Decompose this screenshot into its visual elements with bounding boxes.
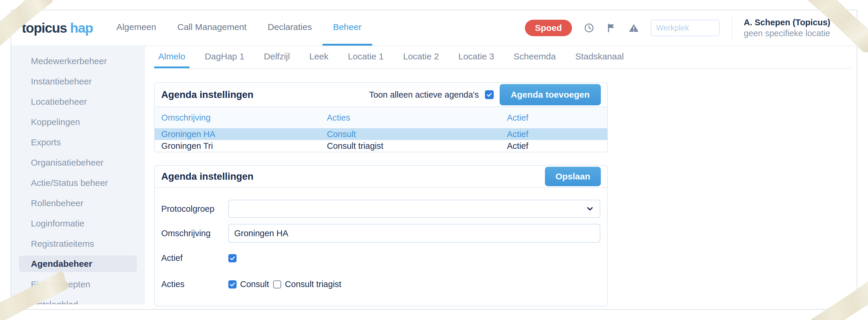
cell-acties: Consult triagist xyxy=(327,141,507,151)
acties-row: Acties Consult Consult triagist xyxy=(161,280,600,289)
tab-locatie-1[interactable]: Locatie 1 xyxy=(344,46,388,68)
omschrijving-label: Omschrijving xyxy=(161,228,228,238)
actief-checkbox[interactable] xyxy=(228,254,237,262)
sidebar-item-instantiebeheer[interactable]: Instantiebeheer xyxy=(11,71,145,92)
tab-leek[interactable]: Leek xyxy=(305,46,333,68)
main-nav: Algemeen Call Management Declaraties Beh… xyxy=(106,10,372,45)
logo-hap: hap xyxy=(70,20,93,36)
tab-locatie-2[interactable]: Locatie 2 xyxy=(399,46,443,68)
cards-column: Agenda instellingen Toon alleen actieve … xyxy=(154,82,608,306)
cell-omschrijving: Groningen Tri xyxy=(155,141,327,151)
tab-delfzijl[interactable]: Delfzijl xyxy=(260,46,294,68)
nav-item-declaraties[interactable]: Declaraties xyxy=(257,10,322,45)
actie-option-consult-triagist: Consult triagist xyxy=(273,280,341,289)
actief-label: Actief xyxy=(161,253,228,263)
app-body: Medewerkerbeheer Instantiebeheer Locatie… xyxy=(11,46,857,310)
nav-item-beheer[interactable]: Beheer xyxy=(322,10,372,45)
top-bar-right: Spoed xyxy=(525,10,848,45)
main-content: Almelo DagHap 1 Delfzijl Leek Locatie 1 … xyxy=(145,46,857,310)
agenda-form-card: Agenda instellingen Opslaan Protocolgroe… xyxy=(154,165,608,306)
table-row[interactable]: Groningen HA Consult Actief xyxy=(155,128,607,140)
protocolgroep-row: Protocolgroep xyxy=(161,200,600,218)
column-header-omschrijving[interactable]: Omschrijving xyxy=(155,113,327,123)
cell-actief: Actief xyxy=(507,141,607,151)
agenda-form: Protocolgroep Omschrijving xyxy=(155,187,607,289)
screenshot-stage: topicus hap Algemeen Call Management Dec… xyxy=(0,0,868,320)
warning-icon[interactable] xyxy=(628,23,639,33)
omschrijving-input[interactable] xyxy=(228,224,600,243)
agenda-list-card: Agenda instellingen Toon alleen actieve … xyxy=(154,82,608,152)
tab-almelo[interactable]: Almelo xyxy=(154,46,189,68)
table-row[interactable]: Groningen Tri Consult triagist Actief xyxy=(155,140,607,152)
consult-triagist-checkbox[interactable] xyxy=(273,280,281,289)
sidebar-item-agendabeheer[interactable]: Agendabeheer xyxy=(19,256,137,272)
tab-locatie-3[interactable]: Locatie 3 xyxy=(454,46,498,68)
actief-row: Actief xyxy=(161,253,600,263)
column-header-acties[interactable]: Acties xyxy=(327,113,507,123)
protocolgroep-label: Protocolgroep xyxy=(161,204,228,214)
active-filter-checkbox[interactable] xyxy=(485,90,494,99)
top-bar: topicus hap Algemeen Call Management Dec… xyxy=(11,10,857,46)
sidebar-item-registratieitems[interactable]: Registratieitems xyxy=(11,233,145,254)
werkplek-input[interactable] xyxy=(651,20,720,36)
acties-label: Acties xyxy=(161,280,228,289)
nav-item-algemeen[interactable]: Algemeen xyxy=(106,10,167,45)
location-tabs: Almelo DagHap 1 Delfzijl Leek Locatie 1 … xyxy=(154,46,851,69)
protocolgroep-select[interactable] xyxy=(228,200,600,218)
omschrijving-row: Omschrijving xyxy=(161,224,600,243)
flag-icon[interactable] xyxy=(606,23,617,33)
user-info: A. Schepen (Topicus) geen specifieke loc… xyxy=(744,18,830,38)
sidebar-item-locatiebeheer[interactable]: Locatiebeheer xyxy=(11,92,145,112)
sidebar-item-actie-status-beheer[interactable]: Actie/Status beheer xyxy=(11,173,145,193)
consult-label: Consult xyxy=(240,280,269,289)
filter-label: Toon alleen actieve agenda's xyxy=(369,90,479,100)
nav-item-call-management[interactable]: Call Management xyxy=(167,10,257,45)
tab-daghap-1[interactable]: DagHap 1 xyxy=(201,46,249,68)
sidebar-item-koppelingen[interactable]: Koppelingen xyxy=(11,112,145,132)
agenda-form-card-header: Agenda instellingen Opslaan xyxy=(155,166,607,187)
card-title: Agenda instellingen xyxy=(161,171,254,182)
logo-topicus: topicus xyxy=(22,20,70,36)
consult-triagist-label: Consult triagist xyxy=(285,280,341,289)
sidebar-item-medewerkerbeheer[interactable]: Medewerkerbeheer xyxy=(11,51,145,71)
clock-icon[interactable] xyxy=(584,23,594,33)
user-name: A. Schepen (Topicus) xyxy=(744,18,830,27)
sidebar-item-loginformatie[interactable]: Loginformatie xyxy=(11,213,145,233)
consult-checkbox[interactable] xyxy=(228,280,237,289)
card-header-actions: Toon alleen actieve agenda's Agenda toev… xyxy=(369,84,601,105)
cell-actief: Actief xyxy=(507,129,607,139)
tab-stadskanaal[interactable]: Stadskanaal xyxy=(571,46,628,68)
user-location: geen specifieke locatie xyxy=(744,29,830,38)
spoed-button[interactable]: Spoed xyxy=(525,20,572,36)
column-header-actief[interactable]: Actief xyxy=(507,113,607,123)
cell-omschrijving: Groningen HA xyxy=(155,129,327,139)
sidebar-item-rollenbeheer[interactable]: Rollenbeheer xyxy=(11,193,145,213)
sidebar-item-exports[interactable]: Exports xyxy=(11,132,145,152)
sidebar-item-organisatiebeheer[interactable]: Organisatiebeheer xyxy=(11,152,145,173)
tab-scheemda[interactable]: Scheemda xyxy=(509,46,560,68)
save-button[interactable]: Opslaan xyxy=(545,167,601,186)
table-header-row: Omschrijving Acties Actief xyxy=(155,107,607,128)
actie-option-consult: Consult xyxy=(228,280,269,289)
card-title: Agenda instellingen xyxy=(161,89,254,100)
sidebar: Medewerkerbeheer Instantiebeheer Locatie… xyxy=(11,46,145,305)
app-window: topicus hap Algemeen Call Management Dec… xyxy=(10,10,858,310)
header-divider xyxy=(732,15,732,41)
agenda-table: Omschrijving Acties Actief Groningen HA … xyxy=(155,106,607,152)
add-agenda-button[interactable]: Agenda toevoegen xyxy=(500,84,601,105)
agenda-list-card-header: Agenda instellingen Toon alleen actieve … xyxy=(155,83,607,106)
cell-acties: Consult xyxy=(327,129,507,139)
